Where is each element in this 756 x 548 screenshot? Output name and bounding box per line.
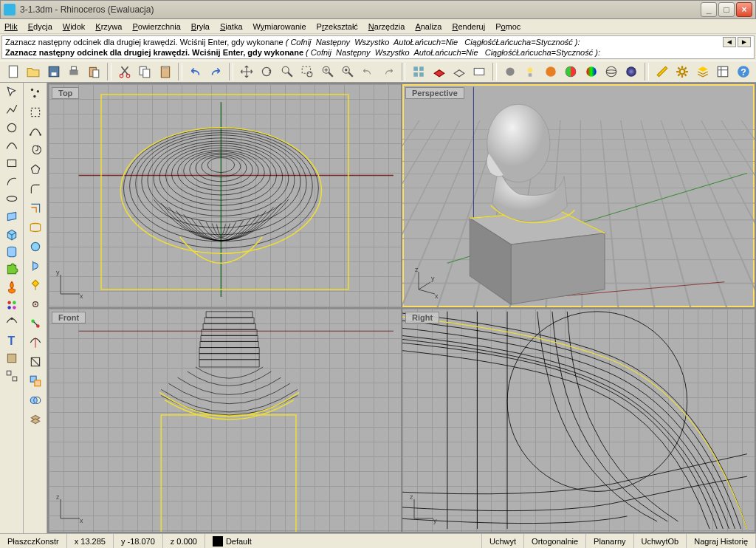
- loft-icon[interactable]: [27, 219, 44, 236]
- zoom-extents-icon[interactable]: [319, 63, 336, 81]
- open-file-icon[interactable]: [24, 63, 41, 81]
- curve-icon[interactable]: [2, 137, 21, 154]
- menu-widok[interactable]: Widok: [63, 22, 86, 31]
- command-prompt[interactable]: ◄ ► Zaznacz następny odcinek dla drugiej…: [1, 35, 755, 59]
- menu-narzedzia[interactable]: Narzędzia: [368, 22, 405, 31]
- render-icon[interactable]: [542, 63, 559, 81]
- object-props-icon[interactable]: [2, 297, 21, 313]
- curve-tool-icon[interactable]: [2, 315, 21, 331]
- points-icon[interactable]: [27, 84, 44, 102]
- polygon-icon[interactable]: [27, 161, 44, 179]
- viewport-top[interactable]: Top: [49, 84, 401, 307]
- rotate-view-icon[interactable]: [258, 63, 275, 81]
- flame-icon[interactable]: [2, 279, 21, 295]
- status-snap[interactable]: Uchwyt: [482, 534, 524, 548]
- viewport-front[interactable]: Front: [49, 309, 401, 532]
- light-icon[interactable]: [522, 63, 539, 81]
- viewport-right-label[interactable]: Right: [405, 312, 439, 323]
- spiral-icon[interactable]: [27, 142, 44, 160]
- undo-view-icon[interactable]: [360, 63, 377, 81]
- paste-clipboard-icon[interactable]: [86, 63, 103, 81]
- box-icon[interactable]: [2, 226, 21, 242]
- copy-icon[interactable]: [137, 63, 154, 81]
- help-icon[interactable]: ?: [735, 63, 752, 81]
- options-icon[interactable]: [653, 63, 670, 81]
- color-gradient-icon[interactable]: [583, 63, 599, 81]
- menu-analiza[interactable]: Analiza: [415, 22, 441, 31]
- edit-pt-icon[interactable]: [27, 295, 44, 313]
- status-ortho[interactable]: Ortogonalnie: [524, 534, 586, 548]
- fillet-icon[interactable]: [27, 180, 44, 198]
- status-record-history[interactable]: Nagraj Historię: [687, 534, 756, 548]
- status-layer[interactable]: Default: [205, 534, 482, 548]
- sphere-icon[interactable]: [27, 238, 44, 256]
- puzzle-icon[interactable]: [2, 261, 21, 278]
- split-icon[interactable]: [27, 334, 44, 352]
- status-osnap[interactable]: UchwytOb: [634, 534, 687, 548]
- layers-icon[interactable]: [694, 63, 711, 81]
- redo-icon[interactable]: [207, 63, 224, 81]
- boolean-icon[interactable]: [27, 391, 44, 409]
- material-color-icon[interactable]: [562, 63, 579, 81]
- select-icon[interactable]: [2, 84, 21, 100]
- pan-icon[interactable]: [238, 63, 255, 81]
- four-views-icon[interactable]: [410, 63, 427, 81]
- close-button[interactable]: ×: [736, 2, 752, 17]
- text-icon[interactable]: T: [2, 332, 21, 349]
- viewport-right[interactable]: Right: [402, 309, 755, 532]
- save-file-icon[interactable]: [45, 63, 62, 81]
- print-icon[interactable]: [65, 63, 82, 81]
- cmd-history-back[interactable]: ◄: [723, 37, 736, 47]
- status-cplane[interactable]: PłaszczKonstr: [0, 534, 67, 548]
- menu-krzywa[interactable]: Krzywa: [95, 22, 122, 31]
- viewport-top-label[interactable]: Top: [52, 87, 79, 99]
- cut-icon[interactable]: [116, 63, 133, 81]
- new-file-icon[interactable]: [4, 63, 21, 81]
- arc-icon[interactable]: [2, 173, 21, 189]
- menu-powierzchnia[interactable]: Powierzchnia: [132, 22, 180, 31]
- zoom-window-icon[interactable]: [298, 63, 315, 81]
- sphere-solid-icon[interactable]: [623, 63, 640, 81]
- menu-renderuj[interactable]: Renderuj: [452, 22, 485, 31]
- sphere-wire-icon[interactable]: [602, 63, 619, 81]
- props-icon[interactable]: [714, 63, 731, 81]
- group-icon[interactable]: [27, 372, 44, 390]
- ellipse-icon[interactable]: [2, 191, 21, 207]
- control-icon[interactable]: [27, 123, 44, 140]
- zoom-selected-icon[interactable]: [339, 63, 356, 81]
- menu-pomoc[interactable]: Pomoc: [495, 22, 520, 31]
- flow-icon[interactable]: [27, 276, 44, 294]
- status-planar[interactable]: Planarny: [586, 534, 633, 548]
- named-view-icon[interactable]: [471, 63, 488, 81]
- viewport-perspective[interactable]: Perspective zxy: [402, 84, 755, 307]
- shade-toggle-icon[interactable]: [501, 63, 518, 81]
- viewport-front-label[interactable]: Front: [52, 312, 86, 323]
- redo-view-icon[interactable]: [379, 63, 396, 81]
- circle-icon[interactable]: [2, 120, 21, 136]
- paste-icon[interactable]: [157, 63, 173, 81]
- maximize-button[interactable]: □: [718, 2, 735, 17]
- ungroup-icon[interactable]: [27, 411, 44, 428]
- undo-icon[interactable]: [187, 63, 204, 81]
- set-cplane-icon[interactable]: [430, 63, 447, 81]
- menu-edycja[interactable]: Edycja: [28, 22, 52, 31]
- viewport-perspective-label[interactable]: Perspective: [405, 87, 464, 99]
- revolve-icon[interactable]: [27, 257, 44, 275]
- minimize-button[interactable]: _: [701, 2, 717, 17]
- surface-icon[interactable]: [2, 208, 21, 225]
- menu-bryla[interactable]: Bryła: [191, 22, 210, 31]
- block-icon[interactable]: [2, 350, 21, 366]
- extrude-icon[interactable]: [2, 244, 21, 260]
- lasso-icon[interactable]: [27, 103, 44, 121]
- menu-siatka[interactable]: Siatka: [220, 22, 243, 31]
- gear-icon[interactable]: [673, 63, 690, 81]
- offset-icon[interactable]: [27, 199, 44, 217]
- cplane-icon[interactable]: [450, 63, 467, 81]
- rectangle-icon[interactable]: [2, 155, 21, 171]
- snap-icon[interactable]: [27, 315, 44, 332]
- zoom-dynamic-icon[interactable]: [278, 63, 295, 81]
- menu-wymiarowanie[interactable]: Wymiarowanie: [253, 22, 306, 31]
- menu-plik[interactable]: Plik: [4, 22, 18, 31]
- cmd-history-fwd[interactable]: ►: [738, 37, 751, 47]
- explode-icon[interactable]: [2, 368, 21, 384]
